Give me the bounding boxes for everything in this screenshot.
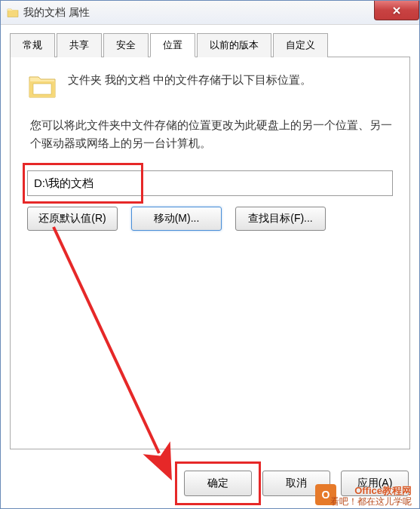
move-button[interactable]: 移动(M)... — [131, 207, 222, 231]
description-row: 文件夹 我的文档 中的文件存储于以下目标位置。 — [27, 71, 393, 101]
tab-customize[interactable]: 自定义 — [273, 33, 328, 57]
close-button[interactable] — [374, 1, 419, 20]
close-icon — [391, 5, 402, 16]
folder-icon — [7, 7, 19, 19]
tab-security[interactable]: 安全 — [103, 33, 149, 57]
path-input[interactable] — [27, 170, 393, 196]
tab-sharing[interactable]: 共享 — [57, 33, 102, 57]
tab-location[interactable]: 位置 — [150, 33, 195, 57]
tab-general[interactable]: 常规 — [10, 33, 55, 57]
info-text: 您可以将此文件夹中文件存储的位置更改为此硬盘上的另一个位置、另一个驱动器或网络上… — [27, 116, 393, 152]
tab-container: 常规 共享 安全 位置 以前的版本 自定义 文件夹 我的文档 中的文件存储于以下… — [1, 25, 419, 449]
cancel-button[interactable]: 取消 — [262, 471, 330, 496]
tabs: 常规 共享 安全 位置 以前的版本 自定义 — [10, 32, 410, 57]
folder-large-icon — [27, 71, 57, 101]
restore-defaults-button[interactable]: 还原默认值(R) — [27, 207, 118, 231]
svg-rect-0 — [33, 84, 51, 94]
tab-previous[interactable]: 以前的版本 — [197, 33, 271, 57]
action-button-row: 还原默认值(R) 移动(M)... 查找目标(F)... — [27, 207, 393, 231]
ok-button[interactable]: 确定 — [184, 471, 252, 496]
watermark-sub: 看吧！都在这儿学呢 — [330, 495, 412, 508]
window-title: 我的文档 属性 — [23, 6, 90, 20]
apply-button[interactable]: 应用(A) — [341, 471, 409, 496]
find-target-button[interactable]: 查找目标(F)... — [235, 207, 326, 231]
tab-content-location: 文件夹 我的文档 中的文件存储于以下目标位置。 您可以将此文件夹中文件存储的位置… — [10, 57, 410, 449]
titlebar: 我的文档 属性 — [1, 1, 419, 25]
description-text: 文件夹 我的文档 中的文件存储于以下目标位置。 — [68, 71, 311, 89]
dialog-button-bar: 确定 取消 应用(A) — [184, 471, 409, 496]
path-input-container — [27, 170, 393, 196]
properties-dialog: 我的文档 属性 常规 共享 安全 位置 以前的版本 自定义 — [0, 0, 420, 509]
